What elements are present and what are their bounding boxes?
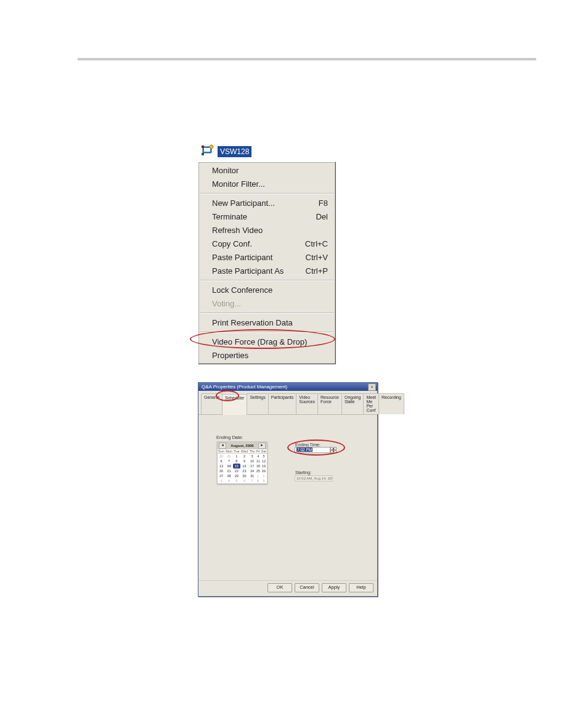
calendar[interactable]: ◄ August, 2006 ► SunMonTueWedThuFriSat 3… [217, 441, 267, 484]
ending-time-spinner[interactable]: ▲▼ [330, 447, 337, 453]
cal-month-label: August, 2006 [231, 444, 253, 448]
menu-monitor-filter[interactable]: Monitor Filter... [198, 178, 335, 191]
tab-meet-me-per-conf[interactable]: Meet Me Per Conf [363, 393, 379, 414]
menu-new-participant[interactable]: New Participant...F8 [198, 197, 335, 210]
calendar-grid: SunMonTueWedThuFriSat 303112345 67891011… [218, 449, 267, 483]
tab-participants[interactable]: Participants [268, 393, 297, 414]
properties-dialog-figure: Q&A Properties (Product Management) × Ge… [198, 382, 378, 597]
page-header-rule [78, 58, 536, 60]
menu-print-reservation[interactable]: Print Reservation Data [198, 316, 335, 330]
menu-lock-conference[interactable]: Lock Conference [198, 284, 335, 297]
selected-item-label[interactable]: VSW128 [218, 146, 251, 157]
tab-ongoing-state[interactable]: Ongoing State [341, 393, 364, 414]
apply-button[interactable]: Apply [322, 583, 346, 592]
conference-icon [200, 143, 215, 160]
context-menu: Monitor Monitor Filter... New Participan… [198, 162, 336, 364]
svg-rect-4 [202, 153, 204, 155]
cal-prev-button[interactable]: ◄ [219, 443, 226, 449]
cal-next-button[interactable]: ► [258, 443, 266, 449]
svg-point-2 [210, 145, 213, 149]
dialog-tabs: General Scheduler Settings Participants … [198, 391, 377, 415]
cancel-button[interactable]: Cancel [295, 583, 319, 592]
dialog-button-bar: OK Cancel Apply Help [198, 580, 377, 596]
dialog-titlebar: Q&A Properties (Product Management) × [198, 383, 377, 391]
ending-time-input[interactable]: 7:02 PM [295, 447, 330, 453]
menu-properties[interactable]: Properties [198, 349, 335, 362]
menu-video-force[interactable]: Video Force (Drag & Drop) [198, 335, 335, 349]
dialog-body: Ending Date: ◄ August, 2006 ► SunMonTueW… [198, 415, 377, 580]
menu-paste-participant[interactable]: Paste ParticipantCtrl+V [198, 251, 335, 264]
context-menu-figure: VSW128 Monitor Monitor Filter... New Par… [198, 143, 336, 364]
starting-label: Starting: [295, 470, 311, 475]
tab-scheduler[interactable]: Scheduler [222, 394, 248, 415]
properties-dialog: Q&A Properties (Product Management) × Ge… [198, 382, 378, 597]
tab-video-sources[interactable]: Video Sources [296, 393, 318, 414]
close-button[interactable]: × [368, 383, 376, 391]
menu-refresh-video[interactable]: Refresh Video [198, 224, 335, 237]
ending-date-label: Ending Date: [216, 435, 243, 440]
tab-settings[interactable]: Settings [247, 393, 268, 414]
tab-resource-force[interactable]: Resource Force [317, 393, 342, 414]
starting-value: 10:02 AM, Aug 14, 2006 [295, 475, 333, 481]
menu-copy-conf[interactable]: Copy Conf.Ctrl+C [198, 237, 335, 251]
calendar-body: 303112345 6789101112 13141516171819 2021… [218, 454, 267, 484]
ok-button[interactable]: OK [267, 583, 292, 592]
menu-monitor[interactable]: Monitor [198, 164, 335, 178]
svg-rect-3 [202, 145, 204, 148]
ending-time-label: Ending Time: [295, 443, 321, 447]
menu-paste-participant-as[interactable]: Paste Participant AsCtrl+P [198, 264, 335, 278]
dialog-title: Q&A Properties (Product Management) [202, 384, 368, 390]
menu-terminate[interactable]: TerminateDel [198, 210, 335, 224]
svg-rect-1 [204, 148, 210, 152]
menu-voting: Voting... [198, 297, 335, 311]
help-button[interactable]: Help [349, 583, 374, 592]
tab-general[interactable]: General [201, 393, 223, 414]
tab-recording[interactable]: Recording [378, 393, 404, 414]
